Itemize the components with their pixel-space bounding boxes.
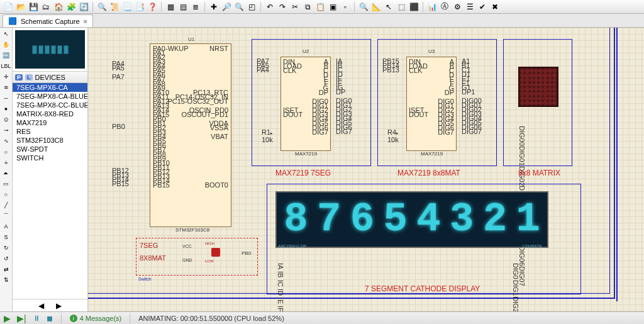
tool-line[interactable]: ╱ (1, 200, 11, 210)
tool-pointer[interactable]: ↖ (1, 29, 11, 39)
tool-gnd[interactable]: ⏚ (1, 157, 11, 167)
messages-link[interactable]: i 4 Message(s) (70, 315, 122, 322)
u3-group-label: MAX7219 8x8MAT (397, 169, 460, 177)
sel2-button[interactable]: ⬛ (408, 1, 419, 13)
tool-wire[interactable]: ─ (1, 93, 11, 103)
block2-button[interactable]: ▫ (340, 1, 351, 13)
find-button[interactable]: 🔍 (358, 1, 369, 13)
copy-button[interactable]: ⧉ (302, 1, 313, 13)
sel1-button[interactable]: ⬚ (396, 1, 407, 13)
device-item[interactable]: 7SEG-MPX8-CA-BLUE (13, 92, 87, 101)
doc2-button[interactable]: 📑 (134, 1, 145, 13)
open-file-button[interactable]: 📂 (15, 1, 26, 13)
zoom-sel-button[interactable]: ◰ (246, 1, 257, 13)
ruler-button[interactable]: 📐 (370, 1, 382, 13)
device-item[interactable]: 7SEG-MPX8-CC-BLUE (13, 101, 87, 109)
doc1-button[interactable]: 📃 (121, 1, 133, 13)
stop-icon[interactable]: ◼ (47, 314, 53, 323)
help-button[interactable]: ❓ (147, 1, 158, 13)
tool-pin[interactable]: ⊸ (1, 125, 11, 135)
tool-arc[interactable]: ⌒ (1, 211, 11, 221)
u2-group-label: MAX7219 7SEG (275, 169, 331, 177)
zoom-all-button[interactable]: ✚ (208, 1, 219, 13)
net-button[interactable]: ☰ (464, 1, 475, 13)
canvas-viewport[interactable]: U1 STM32F103C8 PA0-WKUPPA1PA2PA3PA4PA5PA… (88, 28, 644, 311)
step-icon[interactable]: ▶| (17, 313, 26, 323)
messages-count: 4 Message(s) (80, 315, 122, 322)
sw-hi: HIGH (205, 242, 214, 245)
device-item[interactable]: SW-SPDT (13, 145, 87, 154)
play-icon[interactable]: ▶ (4, 313, 11, 323)
pick-button[interactable]: ↖ (383, 1, 394, 13)
zoom-area-button[interactable]: 🔍 (96, 1, 108, 13)
schematic-canvas[interactable]: U1 STM32F103C8 PA0-WKUPPA1PA2PA3PA4PA5PA… (88, 28, 644, 311)
tool-rot-cw[interactable]: ↻ (1, 243, 11, 253)
tool-rect[interactable]: ▭ (1, 179, 11, 189)
zoom-in-button[interactable]: 🔎 (221, 1, 232, 13)
block1-button[interactable]: ▣ (327, 1, 338, 13)
align-button[interactable]: Ⓐ (439, 1, 450, 13)
zoom-out-button[interactable]: 🔍 (233, 1, 245, 13)
tool-hand[interactable]: ✋ (1, 40, 11, 50)
device-item[interactable]: MAX7219 (13, 118, 87, 127)
component-u1[interactable]: U1 STM32F103C8 PA0-WKUPPA1PA2PA3PA4PA5PA… (150, 43, 231, 227)
report-button[interactable]: 📊 (426, 1, 438, 13)
save-all-button[interactable]: 🗂 (40, 1, 52, 13)
grid-button[interactable]: ▤ (177, 1, 189, 13)
redo-button[interactable]: ↷ (277, 1, 288, 13)
tool-gen[interactable]: ∿ (1, 136, 11, 146)
pause-icon[interactable]: ⏸ (33, 314, 40, 323)
refresh-button[interactable]: 🔄 (78, 1, 89, 13)
paste-button[interactable]: 📋 (314, 1, 326, 13)
snap-button[interactable]: ▦ (165, 1, 176, 13)
digit: 6 (350, 199, 374, 240)
prev-icon[interactable]: ◀ (36, 300, 47, 311)
component-7seg-display[interactable]: 87654321 (275, 191, 548, 248)
tab-schematic[interactable]: 🟦 Schematic Capture × (3, 14, 93, 27)
prop-button[interactable]: ⚙ (452, 1, 463, 13)
component-switch[interactable]: 7SEG 8X8MAT (140, 242, 166, 262)
tool-flip-h[interactable]: ⇄ (1, 264, 11, 274)
layers-button[interactable]: ≣ (190, 1, 201, 13)
device-item[interactable]: 7SEG-MPX6-CA (13, 83, 87, 92)
tool-probe[interactable]: ⌕ (1, 147, 11, 157)
tool-lbl-LBL[interactable]: LBL (1, 61, 11, 71)
device-item[interactable]: STM32F103C8 (13, 136, 87, 145)
device-item[interactable]: RES (13, 127, 87, 136)
tool-junction[interactable]: ● (1, 104, 11, 114)
switch-knob[interactable] (211, 248, 220, 257)
lib-button[interactable]: L (25, 74, 33, 81)
puzzle-button[interactable]: 🧩 (65, 1, 77, 13)
tool-plus[interactable]: ✛ (1, 72, 11, 82)
device-list[interactable]: 7SEG-MPX6-CA7SEG-MPX8-CA-BLUE7SEG-MPX8-C… (13, 83, 87, 299)
erc-button[interactable]: ✔ (477, 1, 488, 13)
tool-vcc[interactable]: ⏶ (1, 168, 11, 178)
pick-button[interactable]: P (15, 74, 23, 81)
tool-circle[interactable]: ○ (1, 189, 11, 199)
drc-button[interactable]: ✖ (489, 1, 501, 13)
component-u2[interactable]: U2 MAX7219 DINLOADCLKISETDOUT ABCDEFGDPD… (280, 57, 331, 151)
tool-bus[interactable]: ≋ (1, 82, 11, 92)
tool-rot-ccw[interactable]: ↺ (1, 254, 11, 264)
tool-flip-v[interactable]: ⇅ (1, 275, 11, 285)
new-file-button[interactable]: 📄 (3, 1, 14, 13)
home-button[interactable]: 🏠 (53, 1, 64, 13)
undo-button[interactable]: ↶ (264, 1, 275, 13)
r4[interactable]: R4▸10k (387, 128, 399, 143)
device-item[interactable]: SWITCH (13, 154, 87, 162)
r1[interactable]: R1▸10k (262, 128, 273, 143)
tool-terminal[interactable]: ⊙ (1, 115, 11, 125)
chip-icon: 🟦 (8, 17, 17, 25)
save-button[interactable]: 💾 (28, 1, 39, 13)
tool-text-lbl[interactable]: 🔤 (1, 50, 11, 60)
device-item[interactable]: MATRIX-8X8-RED (13, 109, 87, 118)
tool-text[interactable]: A (1, 221, 11, 232)
component-u3[interactable]: U3 MAX7219 DINLOADCLKISETDOUT ABCDEFGDPD… (406, 57, 457, 151)
component-matrix[interactable] (518, 67, 558, 107)
anim-status: ANIMATING: 00:00:51.550000 (CPU load 52%… (138, 315, 284, 322)
run-script-button[interactable]: 📜 (109, 1, 120, 13)
cut-button[interactable]: ✂ (289, 1, 301, 13)
tool-script[interactable]: S (1, 232, 11, 242)
next-icon[interactable]: ▶ (53, 300, 65, 311)
close-icon[interactable]: × (84, 18, 87, 25)
